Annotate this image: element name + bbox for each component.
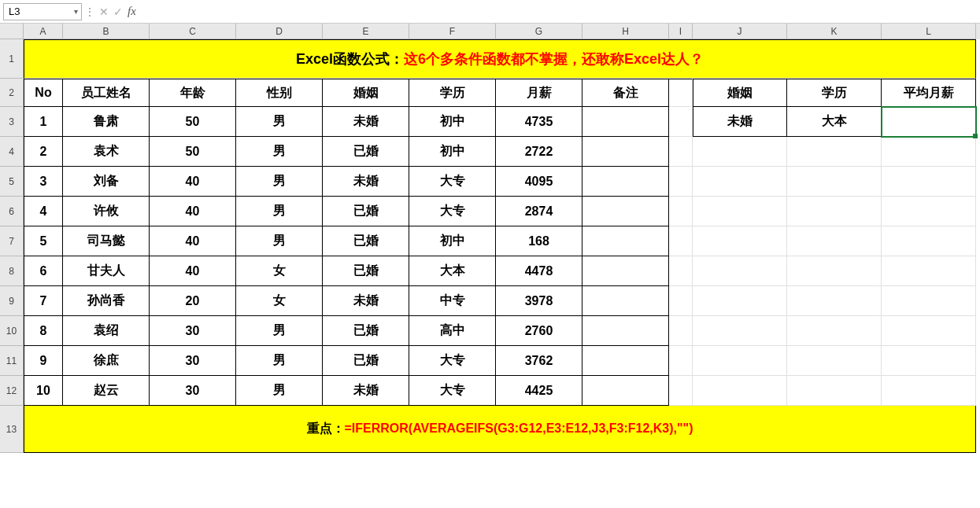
data-cell-r11-c1[interactable]: 徐庶 — [63, 346, 150, 376]
cell-L9[interactable] — [882, 286, 976, 316]
data-cell-r5-c5[interactable]: 大专 — [409, 167, 496, 197]
data-cell-r6-c2[interactable]: 40 — [150, 197, 236, 226]
data-cell-r5-c1[interactable]: 刘备 — [63, 167, 150, 197]
data-cell-r12-c0[interactable]: 10 — [24, 376, 63, 406]
data-cell-r8-c2[interactable]: 40 — [150, 256, 236, 286]
cell-I7[interactable] — [669, 226, 693, 256]
data-cell-r9-c1[interactable]: 孙尚香 — [63, 286, 150, 316]
footer-cell[interactable]: 重点：=IFERROR(AVERAGEIFS(G3:G12,E3:E12,J3,… — [24, 406, 976, 453]
cell-K9[interactable] — [787, 286, 882, 316]
fill-handle[interactable] — [973, 134, 978, 138]
data-cell-r8-c7[interactable] — [582, 256, 669, 286]
cell-I3[interactable] — [669, 107, 693, 137]
col-header-G[interactable]: G — [496, 24, 582, 39]
data-cell-r11-c3[interactable]: 男 — [236, 346, 323, 376]
side-header-1[interactable]: 学历 — [787, 79, 882, 107]
data-cell-r12-c2[interactable]: 30 — [150, 376, 236, 406]
data-cell-r9-c5[interactable]: 中专 — [409, 286, 496, 316]
data-cell-r7-c2[interactable]: 40 — [150, 226, 236, 256]
data-cell-r10-c6[interactable]: 2760 — [496, 316, 582, 346]
data-cell-r8-c5[interactable]: 大本 — [409, 256, 496, 286]
data-cell-r7-c1[interactable]: 司马懿 — [63, 226, 150, 256]
data-cell-r12-c3[interactable]: 男 — [236, 376, 323, 406]
data-cell-r7-c6[interactable]: 168 — [496, 226, 582, 256]
side-value-0[interactable]: 未婚 — [693, 107, 787, 137]
side-value-2[interactable] — [882, 107, 976, 137]
cell-L11[interactable] — [882, 346, 976, 376]
confirm-icon[interactable]: ✓ — [113, 6, 123, 18]
data-cell-r11-c6[interactable]: 3762 — [496, 346, 582, 376]
cell-I2[interactable] — [669, 79, 693, 107]
data-cell-r7-c3[interactable]: 男 — [236, 226, 323, 256]
cell-I9[interactable] — [669, 286, 693, 316]
data-cell-r6-c1[interactable]: 许攸 — [63, 197, 150, 226]
row-header-8[interactable]: 8 — [0, 256, 24, 286]
cell-L10[interactable] — [882, 316, 976, 346]
cell-I11[interactable] — [669, 346, 693, 376]
cell-K4[interactable] — [787, 137, 882, 167]
cell-L8[interactable] — [882, 256, 976, 286]
data-cell-r4-c1[interactable]: 袁术 — [63, 137, 150, 167]
data-cell-r3-c3[interactable]: 男 — [236, 107, 323, 137]
data-cell-r4-c7[interactable] — [582, 137, 669, 167]
data-cell-r11-c5[interactable]: 大专 — [409, 346, 496, 376]
cell-I6[interactable] — [669, 197, 693, 226]
row-header-2[interactable]: 2 — [0, 79, 24, 107]
data-cell-r4-c0[interactable]: 2 — [24, 137, 63, 167]
main-header-7[interactable]: 备注 — [582, 79, 669, 107]
data-cell-r12-c6[interactable]: 4425 — [496, 376, 582, 406]
row-header-9[interactable]: 9 — [0, 286, 24, 316]
cell-J12[interactable] — [693, 376, 787, 406]
col-header-L[interactable]: L — [882, 24, 976, 39]
data-cell-r6-c7[interactable] — [582, 197, 669, 226]
cell-J9[interactable] — [693, 286, 787, 316]
cell-L12[interactable] — [882, 376, 976, 406]
data-cell-r8-c6[interactable]: 4478 — [496, 256, 582, 286]
data-cell-r3-c5[interactable]: 初中 — [409, 107, 496, 137]
data-cell-r10-c1[interactable]: 袁绍 — [63, 316, 150, 346]
data-cell-r12-c5[interactable]: 大专 — [409, 376, 496, 406]
name-box-dropdown-icon[interactable]: ▾ — [74, 7, 78, 16]
data-cell-r10-c3[interactable]: 男 — [236, 316, 323, 346]
col-header-A[interactable]: A — [24, 24, 63, 39]
data-cell-r8-c4[interactable]: 已婚 — [323, 256, 409, 286]
cell-I4[interactable] — [669, 137, 693, 167]
cell-J10[interactable] — [693, 316, 787, 346]
row-header-1[interactable]: 1 — [0, 39, 24, 79]
cell-I12[interactable] — [669, 376, 693, 406]
cell-I8[interactable] — [669, 256, 693, 286]
col-header-F[interactable]: F — [409, 24, 496, 39]
row-header-5[interactable]: 5 — [0, 167, 24, 197]
cell-K11[interactable] — [787, 346, 882, 376]
col-header-K[interactable]: K — [787, 24, 882, 39]
main-header-1[interactable]: 员工姓名 — [63, 79, 150, 107]
data-cell-r4-c6[interactable]: 2722 — [496, 137, 582, 167]
data-cell-r11-c4[interactable]: 已婚 — [323, 346, 409, 376]
data-cell-r12-c7[interactable] — [582, 376, 669, 406]
data-cell-r4-c3[interactable]: 男 — [236, 137, 323, 167]
data-cell-r10-c7[interactable] — [582, 316, 669, 346]
data-cell-r10-c5[interactable]: 高中 — [409, 316, 496, 346]
cell-J7[interactable] — [693, 226, 787, 256]
cell-L5[interactable] — [882, 167, 976, 197]
data-cell-r5-c6[interactable]: 4095 — [496, 167, 582, 197]
data-cell-r5-c2[interactable]: 40 — [150, 167, 236, 197]
cell-J5[interactable] — [693, 167, 787, 197]
data-cell-r11-c2[interactable]: 30 — [150, 346, 236, 376]
data-cell-r5-c3[interactable]: 男 — [236, 167, 323, 197]
row-header-4[interactable]: 4 — [0, 137, 24, 167]
data-cell-r3-c4[interactable]: 未婚 — [323, 107, 409, 137]
main-header-3[interactable]: 性别 — [236, 79, 323, 107]
data-cell-r5-c7[interactable] — [582, 167, 669, 197]
col-header-E[interactable]: E — [323, 24, 409, 39]
main-header-6[interactable]: 月薪 — [496, 79, 582, 107]
cell-K6[interactable] — [787, 197, 882, 226]
data-cell-r7-c4[interactable]: 已婚 — [323, 226, 409, 256]
data-cell-r3-c7[interactable] — [582, 107, 669, 137]
title-cell[interactable]: Excel函数公式：这6个多条件函数都不掌握，还敢称Excel达人？ — [24, 39, 976, 79]
data-cell-r6-c5[interactable]: 大专 — [409, 197, 496, 226]
cell-K10[interactable] — [787, 316, 882, 346]
data-cell-r12-c1[interactable]: 赵云 — [63, 376, 150, 406]
data-cell-r3-c0[interactable]: 1 — [24, 107, 63, 137]
main-header-2[interactable]: 年龄 — [150, 79, 236, 107]
